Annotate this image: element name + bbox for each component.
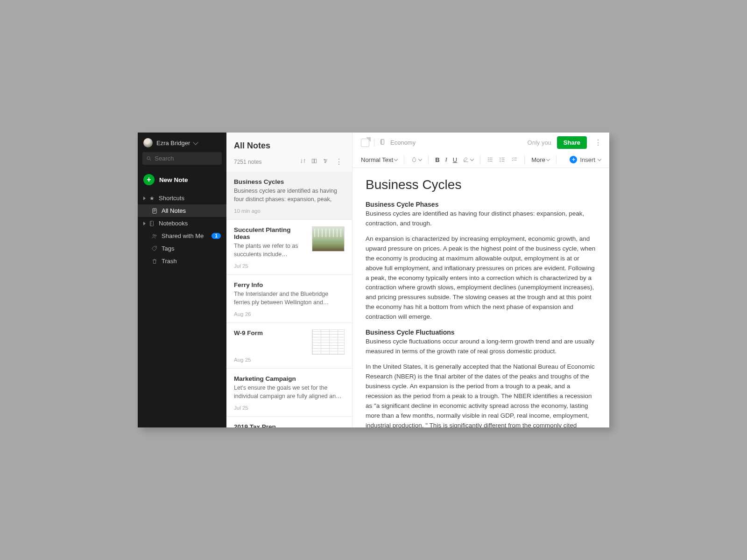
checklist-button[interactable] <box>511 156 518 163</box>
caret-right-icon <box>143 196 146 200</box>
sidebar-item-tags[interactable]: Tags <box>138 242 226 255</box>
note-items: Business CyclesBusiness cycles are ident… <box>226 172 352 427</box>
note-item-preview: The plants we refer to as succulents inc… <box>234 242 307 259</box>
sidebar: Ezra Bridger + New Note ★ Shortcuts All … <box>138 133 226 427</box>
note-count: 7251 notes <box>234 159 261 165</box>
svg-rect-11 <box>312 159 314 163</box>
note-item-title: Ferry Info <box>234 281 345 288</box>
note-item[interactable]: Succulent Planting IdeasThe plants we re… <box>226 220 352 275</box>
doc-title: Business Cycles <box>366 177 596 192</box>
notebook-icon <box>379 139 386 147</box>
note-item-title: W-9 Form <box>234 329 307 336</box>
svg-point-22 <box>488 158 489 159</box>
note-item-title: Marketing Campaign <box>234 375 345 382</box>
sidebar-item-trash[interactable]: Trash <box>138 255 226 267</box>
sidebar-item-shortcuts[interactable]: ★ Shortcuts <box>138 192 226 204</box>
svg-line-1 <box>150 159 151 161</box>
bullet-list-button[interactable] <box>487 156 493 163</box>
notebook-name[interactable]: Economy <box>390 139 416 146</box>
chevron-down-icon <box>598 157 601 161</box>
svg-point-0 <box>147 156 150 159</box>
expand-icon[interactable] <box>361 139 369 147</box>
search-input[interactable] <box>142 152 222 165</box>
note-thumbnail <box>312 226 345 252</box>
new-note-button[interactable]: + New Note <box>138 170 226 192</box>
search-field[interactable] <box>155 155 218 162</box>
svg-rect-19 <box>381 140 384 145</box>
filter-icon[interactable] <box>322 158 329 166</box>
doc-heading: Business Cycle Fluctuations <box>366 329 596 336</box>
caret-right-icon <box>143 222 146 225</box>
new-note-label: New Note <box>159 176 188 183</box>
sidebar-item-label: All Notes <box>162 207 186 214</box>
italic-button[interactable]: I <box>445 156 447 163</box>
text-color-button[interactable] <box>411 156 422 163</box>
sidebar-item-label: Trash <box>162 258 177 265</box>
svg-rect-12 <box>315 159 317 163</box>
note-item[interactable]: Ferry InfoThe Interislander and the Blue… <box>226 275 352 323</box>
view-icon[interactable] <box>311 158 317 166</box>
note-item-title: Succulent Planting Ideas <box>234 226 307 240</box>
more-icon[interactable]: ⋮ <box>333 157 345 166</box>
app-window: Ezra Bridger + New Note ★ Shortcuts All … <box>138 133 609 427</box>
doc-heading: Business Cycle Phases <box>366 201 596 208</box>
note-item[interactable]: W-9 FormAug 25 <box>226 323 352 369</box>
svg-rect-6 <box>150 221 154 226</box>
tag-icon <box>151 245 158 252</box>
note-item-date: Jul 25 <box>234 405 345 411</box>
notebook-icon <box>148 220 155 227</box>
note-item-date: Aug 25 <box>234 357 307 363</box>
insert-button[interactable]: + Insert <box>570 156 601 163</box>
editor-body[interactable]: Business Cycles Business Cycle Phases Bu… <box>352 168 609 427</box>
sort-icon[interactable] <box>300 158 306 166</box>
doc-paragraph: In the United States, it is generally ac… <box>366 362 596 427</box>
sidebar-item-all-notes[interactable]: All Notes <box>138 204 226 217</box>
doc-paragraph: An expansion is characterized by increas… <box>366 234 596 322</box>
list-title: All Notes <box>234 141 345 151</box>
star-icon: ★ <box>148 195 155 202</box>
editor-panel: Economy Only you Share ⋮ Normal Text <box>352 133 609 427</box>
note-item-title: Business Cycles <box>234 178 345 185</box>
note-item[interactable]: 2019 Tax PrepQuestions for Marilyn: Whic… <box>226 417 352 427</box>
plus-icon: + <box>143 174 155 185</box>
trash-icon <box>151 258 158 265</box>
more-formatting-dropdown[interactable]: More <box>531 156 550 163</box>
svg-point-8 <box>153 234 155 236</box>
note-item-preview <box>234 338 307 352</box>
note-item-date: 10 min ago <box>234 208 345 214</box>
search-icon <box>146 155 152 162</box>
sidebar-item-notebooks[interactable]: Notebooks <box>138 217 226 230</box>
editor-topbar: Economy Only you Share ⋮ <box>352 133 609 152</box>
text-style-dropdown[interactable]: Normal Text <box>361 156 397 163</box>
shared-badge: 1 <box>211 233 221 239</box>
svg-text:3: 3 <box>500 161 500 162</box>
note-item-preview: Let's ensure the goals we set for the in… <box>234 384 345 400</box>
editor-toolbar: Normal Text B I U <box>352 152 609 168</box>
list-header: All Notes <box>226 133 352 154</box>
note-item-date: Jul 25 <box>234 263 307 269</box>
note-item[interactable]: Marketing CampaignLet's ensure the goals… <box>226 369 352 417</box>
note-item-preview: The Interislander and the Bluebridge fer… <box>234 290 345 307</box>
note-item-preview: Business cycles are identified as having… <box>234 187 345 203</box>
privacy-label[interactable]: Only you <box>528 139 551 146</box>
chevron-down-icon <box>418 157 422 161</box>
chevron-down-icon <box>546 157 550 161</box>
note-more-icon[interactable]: ⋮ <box>592 138 604 147</box>
share-button[interactable]: Share <box>557 136 587 149</box>
list-tools: ⋮ <box>300 157 345 166</box>
note-item[interactable]: Business CyclesBusiness cycles are ident… <box>226 172 352 220</box>
note-list-panel: All Notes 7251 notes ⋮ Business CyclesBu… <box>226 133 352 427</box>
svg-point-9 <box>155 235 156 236</box>
sidebar-item-shared[interactable]: Shared with Me 1 <box>138 230 226 242</box>
doc-paragraph: Business cycles are identified as having… <box>366 209 596 229</box>
svg-rect-2 <box>153 208 156 213</box>
bold-button[interactable]: B <box>435 156 439 163</box>
avatar <box>143 138 153 147</box>
highlight-button[interactable] <box>463 156 473 163</box>
underline-button[interactable]: U <box>453 156 457 163</box>
list-subheader: 7251 notes ⋮ <box>226 154 352 172</box>
numbered-list-button[interactable]: 123 <box>499 156 506 163</box>
account-menu[interactable]: Ezra Bridger <box>138 133 226 152</box>
chevron-down-icon <box>394 157 398 161</box>
note-item-date: Aug 26 <box>234 311 345 317</box>
